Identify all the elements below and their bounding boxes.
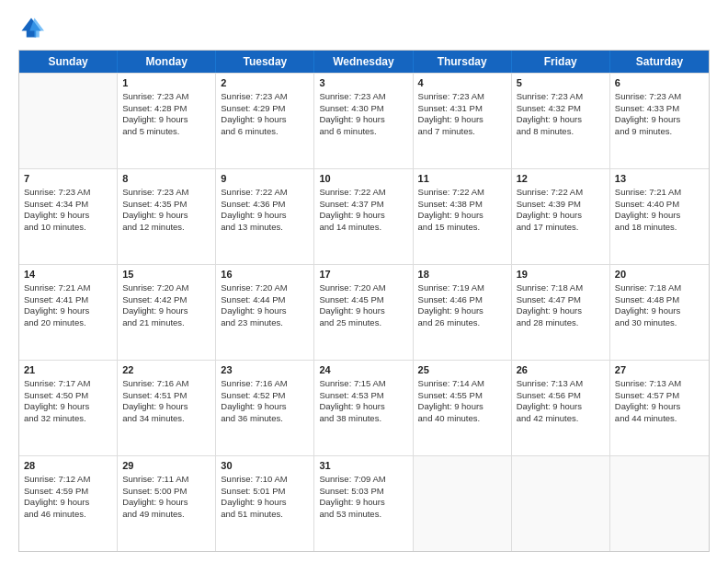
day-cell: 18Sunrise: 7:19 AMSunset: 4:46 PMDayligh… <box>414 265 512 360</box>
day-info-line: Daylight: 9 hours <box>319 497 407 509</box>
day-number: 15 <box>122 268 210 282</box>
day-cell: 20Sunrise: 7:18 AMSunset: 4:48 PMDayligh… <box>610 265 709 360</box>
day-number: 20 <box>615 268 704 282</box>
weekday-header: Friday <box>512 51 610 73</box>
day-info-line: Sunset: 4:53 PM <box>319 390 407 402</box>
day-info-line: Sunrise: 7:21 AM <box>615 187 704 199</box>
day-cell: 9Sunrise: 7:22 AMSunset: 4:36 PMDaylight… <box>216 169 314 264</box>
day-info-line: Daylight: 9 hours <box>221 497 309 509</box>
day-info-line: Sunset: 4:33 PM <box>615 103 704 115</box>
day-info-line: Daylight: 9 hours <box>319 305 407 317</box>
day-cell: 2Sunrise: 7:23 AMSunset: 4:29 PMDaylight… <box>216 74 314 168</box>
calendar-body: 1Sunrise: 7:23 AMSunset: 4:28 PMDaylight… <box>19 73 709 551</box>
day-cell: 6Sunrise: 7:23 AMSunset: 4:33 PMDaylight… <box>610 74 709 168</box>
day-info-line: Sunrise: 7:09 AM <box>319 474 407 486</box>
empty-cell <box>512 456 610 551</box>
day-info-line: Sunset: 4:31 PM <box>418 103 506 115</box>
day-number: 16 <box>221 268 309 282</box>
day-info-line: and 53 minutes. <box>319 509 407 521</box>
day-cell: 17Sunrise: 7:20 AMSunset: 4:45 PMDayligh… <box>314 265 413 360</box>
day-info-line: Daylight: 9 hours <box>319 114 407 126</box>
day-number: 31 <box>319 459 407 473</box>
day-cell: 28Sunrise: 7:12 AMSunset: 4:59 PMDayligh… <box>19 456 118 551</box>
empty-cell <box>414 456 512 551</box>
day-info-line: Sunset: 4:37 PM <box>319 199 407 211</box>
day-info-line: Sunrise: 7:19 AM <box>418 282 506 294</box>
day-info-line: Sunrise: 7:15 AM <box>319 378 407 390</box>
day-number: 6 <box>615 76 704 90</box>
weekday-header: Tuesday <box>216 51 314 73</box>
day-info-line: and 51 minutes. <box>221 509 309 521</box>
logo-icon <box>18 15 44 40</box>
day-cell: 26Sunrise: 7:13 AMSunset: 4:56 PMDayligh… <box>512 361 610 455</box>
day-info-line: Sunset: 4:57 PM <box>615 390 704 402</box>
day-info-line: and 7 minutes. <box>418 126 506 138</box>
calendar-grid: SundayMondayTuesdayWednesdayThursdayFrid… <box>18 50 710 552</box>
day-cell: 23Sunrise: 7:16 AMSunset: 4:52 PMDayligh… <box>216 361 314 455</box>
day-info-line: Sunset: 5:00 PM <box>122 486 210 498</box>
day-number: 24 <box>319 363 407 377</box>
day-number: 3 <box>319 76 407 90</box>
day-number: 9 <box>221 172 309 186</box>
day-number: 11 <box>418 172 506 186</box>
day-cell: 31Sunrise: 7:09 AMSunset: 5:03 PMDayligh… <box>314 456 413 551</box>
day-info-line: and 12 minutes. <box>122 222 210 234</box>
calendar-row: 1Sunrise: 7:23 AMSunset: 4:28 PMDaylight… <box>19 73 709 168</box>
day-cell: 14Sunrise: 7:21 AMSunset: 4:41 PMDayligh… <box>19 265 118 360</box>
day-info-line: Sunrise: 7:10 AM <box>221 474 309 486</box>
day-info-line: Sunrise: 7:18 AM <box>517 282 605 294</box>
day-info-line: and 6 minutes. <box>319 126 407 138</box>
day-info-line: Sunset: 4:59 PM <box>24 486 112 498</box>
day-info-line: and 13 minutes. <box>221 222 309 234</box>
day-info-line: Daylight: 9 hours <box>24 497 112 509</box>
day-info-line: Daylight: 9 hours <box>24 401 112 413</box>
day-info-line: Sunset: 4:56 PM <box>517 390 605 402</box>
day-info-line: Sunrise: 7:23 AM <box>418 91 506 103</box>
day-info-line: and 15 minutes. <box>418 222 506 234</box>
day-info-line: and 6 minutes. <box>221 126 309 138</box>
day-info-line: and 21 minutes. <box>122 317 210 329</box>
day-info-line: Sunset: 4:35 PM <box>122 199 210 211</box>
day-number: 22 <box>122 363 210 377</box>
day-info-line: Sunset: 4:46 PM <box>418 294 506 306</box>
day-info-line: Daylight: 9 hours <box>24 210 112 222</box>
day-info-line: Sunrise: 7:11 AM <box>122 474 210 486</box>
day-info-line: Sunset: 4:34 PM <box>24 199 112 211</box>
day-info-line: and 18 minutes. <box>615 222 704 234</box>
day-info-line: Sunset: 4:29 PM <box>221 103 309 115</box>
day-info-line: and 36 minutes. <box>221 413 309 425</box>
day-info-line: and 40 minutes. <box>418 413 506 425</box>
day-cell: 22Sunrise: 7:16 AMSunset: 4:51 PMDayligh… <box>118 361 216 455</box>
day-info-line: Sunset: 4:38 PM <box>418 199 506 211</box>
day-info-line: Sunset: 4:32 PM <box>517 103 605 115</box>
day-info-line: and 10 minutes. <box>24 222 112 234</box>
day-cell: 3Sunrise: 7:23 AMSunset: 4:30 PMDaylight… <box>314 74 413 168</box>
day-info-line: Daylight: 9 hours <box>221 305 309 317</box>
day-info-line: Sunrise: 7:13 AM <box>615 378 704 390</box>
day-info-line: Sunrise: 7:14 AM <box>418 378 506 390</box>
day-number: 12 <box>517 172 605 186</box>
day-cell: 25Sunrise: 7:14 AMSunset: 4:55 PMDayligh… <box>414 361 512 455</box>
weekday-header: Thursday <box>414 51 512 73</box>
day-info-line: Sunset: 4:28 PM <box>122 103 210 115</box>
day-info-line: and 5 minutes. <box>122 126 210 138</box>
day-info-line: Daylight: 9 hours <box>122 305 210 317</box>
day-info-line: Daylight: 9 hours <box>517 305 605 317</box>
day-info-line: and 26 minutes. <box>418 317 506 329</box>
day-info-line: Daylight: 9 hours <box>221 114 309 126</box>
day-info-line: Sunrise: 7:22 AM <box>517 187 605 199</box>
day-number: 13 <box>615 172 704 186</box>
day-info-line: Daylight: 9 hours <box>615 114 704 126</box>
day-number: 21 <box>24 363 112 377</box>
weekday-header: Saturday <box>610 51 709 73</box>
day-number: 19 <box>517 268 605 282</box>
day-info-line: Sunset: 4:41 PM <box>24 294 112 306</box>
day-info-line: and 28 minutes. <box>517 317 605 329</box>
day-info-line: Sunset: 4:44 PM <box>221 294 309 306</box>
day-cell: 21Sunrise: 7:17 AMSunset: 4:50 PMDayligh… <box>19 361 118 455</box>
day-info-line: Sunrise: 7:17 AM <box>24 378 112 390</box>
day-info-line: and 9 minutes. <box>615 126 704 138</box>
day-info-line: and 20 minutes. <box>24 317 112 329</box>
day-info-line: Sunrise: 7:23 AM <box>122 187 210 199</box>
day-info-line: Sunset: 4:48 PM <box>615 294 704 306</box>
